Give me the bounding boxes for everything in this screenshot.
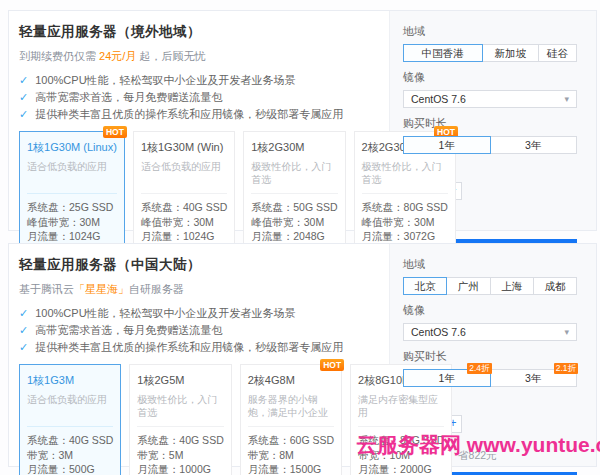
mainland-content: 轻量应用服务器（中国大陆） 基于腾讯云「星星海」自研服务器 ✓100%CPU性能… — [9, 244, 389, 466]
chevron-down-icon: ▾ — [564, 327, 569, 337]
plan-name: 1核1G30M (Win) — [141, 140, 227, 155]
subtitle-highlight: 24元/月 — [99, 50, 136, 62]
check-icon: ✓ — [19, 72, 28, 89]
plan-desc: 适合低负载的应用 — [141, 160, 227, 186]
hot-badge: HOT — [320, 359, 344, 371]
feature-item: ✓提供种类丰富且优质的操作系统和应用镜像，秒级部署专属应用 — [19, 106, 379, 123]
feature-item: ✓高带宽需求首选，每月免费赠送流量包 — [19, 322, 379, 339]
plan-card-1c1g3m[interactable]: 1核1G3M 适合低负载的应用 系统盘：40G SSD 带宽：3M 月流量：50… — [19, 364, 121, 475]
page-title: 轻量应用服务器（境外地域） — [19, 23, 379, 41]
hot-badge: HOT — [103, 126, 127, 138]
image-label: 镜像 — [403, 70, 577, 85]
plan-card-1c2g30m[interactable]: 1核2G30M 极致性价比，入门首选 系统盘：50G SSD 峰值带宽：30M … — [243, 131, 345, 251]
duration-label: 购买时长 — [403, 349, 577, 364]
region-option-shanghai[interactable]: 上海 — [490, 277, 534, 295]
region-option-chengdu[interactable]: 成都 — [533, 277, 577, 295]
feature-item: ✓100%CPU性能，轻松驾驭中小企业及开发者业务场景 — [19, 72, 379, 89]
spec-bandwidth: 带宽：8M — [248, 448, 334, 463]
section-subtitle: 基于腾讯云「星星海」自研服务器 — [19, 282, 379, 297]
spec-disk: 系统盘：80G SSD — [358, 433, 444, 448]
feature-text: 高带宽需求首选，每月免费赠送流量包 — [35, 89, 222, 106]
duration-label: 购买时长 — [403, 116, 577, 131]
subtitle-highlight: 「星星海」 — [74, 283, 129, 295]
image-select[interactable]: CentOS 7.6 ▾ — [403, 90, 577, 108]
plan-specs: 系统盘：60G SSD 带宽：8M 月流量：1500G — [248, 426, 334, 475]
check-icon: ✓ — [19, 89, 28, 106]
feature-text: 100%CPU性能，轻松驾驭中小企业及开发者业务场景 — [35, 72, 295, 89]
plan-desc: 适合低负载的应用 — [27, 393, 113, 419]
duration-option-3year[interactable]: 3年 — [490, 136, 578, 154]
spec-traffic: 月流量：1024G — [27, 229, 117, 244]
plan-desc: 服务器界的小钢炮，满足中小企业 — [248, 393, 334, 419]
plan-desc: 适合低负载的应用 — [27, 160, 117, 186]
check-icon: ✓ — [19, 322, 28, 339]
section-overseas: 轻量应用服务器（境外地域） 到期续费仍仅需 24元/月 起，后顾无忧 ✓100%… — [8, 10, 597, 231]
plan-specs: 系统盘：40G SSD 带宽：5M 月流量：1000G — [137, 426, 223, 475]
region-option-guangzhou[interactable]: 广州 — [446, 277, 490, 295]
region-option-singapore[interactable]: 新加坡 — [482, 44, 539, 62]
plan-name: 1核1G30M (Linux) — [27, 140, 117, 155]
spec-traffic: 月流量：2048G — [251, 229, 337, 244]
plan-card-2c4g8m[interactable]: HOT 2核4G8M 服务器界的小钢炮，满足中小企业 系统盘：60G SSD 带… — [240, 364, 342, 475]
spec-disk: 系统盘：40G SSD — [141, 200, 227, 215]
plan-card-list: HOT 1核1G30M (Linux) 适合低负载的应用 系统盘：25G SSD… — [19, 131, 379, 251]
plan-card-list: 1核1G3M 适合低负载的应用 系统盘：40G SSD 带宽：3M 月流量：50… — [19, 364, 379, 475]
subtitle-post: 起，后顾无忧 — [136, 50, 205, 62]
plan-specs: 系统盘：80G SSD 峰值带宽：30M 月流量：3072G — [362, 193, 448, 244]
spec-traffic: 月流量：3072G — [362, 229, 448, 244]
spec-disk: 系统盘：40G SSD — [27, 433, 113, 448]
spec-bandwidth: 峰值带宽：30M — [362, 215, 448, 230]
region-option-siliconvalley[interactable]: 硅谷 — [538, 44, 577, 62]
region-option-beijing[interactable]: 北京 — [403, 277, 447, 295]
section-mainland: 轻量应用服务器（中国大陆） 基于腾讯云「星星海」自研服务器 ✓100%CPU性能… — [8, 243, 597, 467]
feature-text: 高带宽需求首选，每月免费赠送流量包 — [35, 322, 222, 339]
duration-option-3year[interactable]: 2.1折 3年 — [490, 369, 578, 387]
region-selector: 中国香港 新加坡 硅谷 — [403, 44, 577, 62]
spec-bandwidth: 带宽：10M — [358, 448, 444, 463]
plan-name: 1核2G5M — [137, 373, 223, 388]
subtitle-pre: 到期续费仍仅需 — [19, 50, 99, 62]
plan-card-1c1g30m-win[interactable]: 1核1G30M (Win) 适合低负载的应用 系统盘：40G SSD 峰值带宽：… — [133, 131, 235, 251]
duration-option-label: 1年 — [439, 372, 455, 384]
check-icon: ✓ — [19, 305, 28, 322]
region-label: 地域 — [403, 24, 577, 39]
overseas-content: 轻量应用服务器（境外地域） 到期续费仍仅需 24元/月 起，后顾无忧 ✓100%… — [9, 11, 389, 230]
chevron-down-icon: ▾ — [564, 94, 569, 104]
plan-card-1c2g5m[interactable]: 1核2G5M 极致性价比，入门首选 系统盘：40G SSD 带宽：5M 月流量：… — [129, 364, 231, 475]
check-icon: ✓ — [19, 339, 28, 356]
feature-text: 100%CPU性能，轻松驾驭中小企业及开发者业务场景 — [35, 305, 295, 322]
spec-disk: 系统盘：60G SSD — [248, 433, 334, 448]
feature-item: ✓100%CPU性能，轻松驾驭中小企业及开发者业务场景 — [19, 305, 379, 322]
region-label: 地域 — [403, 257, 577, 272]
spec-bandwidth: 峰值带宽：30M — [141, 215, 227, 230]
spec-traffic: 月流量：1000G — [137, 462, 223, 475]
spec-traffic: 月流量：1024G — [141, 229, 227, 244]
duration-selector: 1年 3年 — [403, 136, 577, 154]
duration-option-label: 3年 — [525, 372, 541, 384]
spec-bandwidth: 带宽：5M — [137, 448, 223, 463]
price-save: 省822元 — [458, 449, 497, 461]
spec-traffic: 月流量：2000G — [358, 462, 444, 475]
subtitle-post: 自研服务器 — [129, 283, 184, 295]
plan-specs: 系统盘：80G SSD 带宽：10M 月流量：2000G — [358, 426, 444, 475]
feature-item: ✓提供种类丰富且优质的操作系统和应用镜像，秒级部署专属应用 — [19, 339, 379, 356]
plan-name: 2核4G8M — [248, 373, 334, 388]
image-value: CentOS 7.6 — [411, 93, 466, 105]
plan-desc: 极致性价比，入门首选 — [362, 160, 448, 186]
feature-text: 提供种类丰富且优质的操作系统和应用镜像，秒级部署专属应用 — [35, 106, 343, 123]
spec-traffic: 月流量：500G — [27, 462, 113, 475]
plan-card-1c1g30m-linux[interactable]: HOT 1核1G30M (Linux) 适合低负载的应用 系统盘：25G SSD… — [19, 131, 125, 251]
duration-selector: 2.4折 1年 2.1折 3年 — [403, 369, 577, 387]
spec-disk: 系统盘：50G SSD — [251, 200, 337, 215]
image-select[interactable]: CentOS 7.6 ▾ — [403, 323, 577, 341]
region-option-hongkong[interactable]: 中国香港 — [403, 44, 483, 62]
plan-specs: 系统盘：25G SSD 峰值带宽：30M 月流量：1024G — [27, 193, 117, 244]
duration-option-1year[interactable]: 1年 — [403, 136, 491, 154]
duration-option-1year[interactable]: 2.4折 1年 — [403, 369, 491, 387]
discount-badge: 2.4折 — [467, 363, 491, 374]
plan-specs: 系统盘：40G SSD 带宽：3M 月流量：500G — [27, 426, 113, 475]
region-selector: 北京 广州 上海 成都 — [403, 277, 577, 295]
spec-disk: 系统盘：25G SSD — [27, 200, 117, 215]
spec-disk: 系统盘：40G SSD — [137, 433, 223, 448]
page-title: 轻量应用服务器（中国大陆） — [19, 256, 379, 274]
